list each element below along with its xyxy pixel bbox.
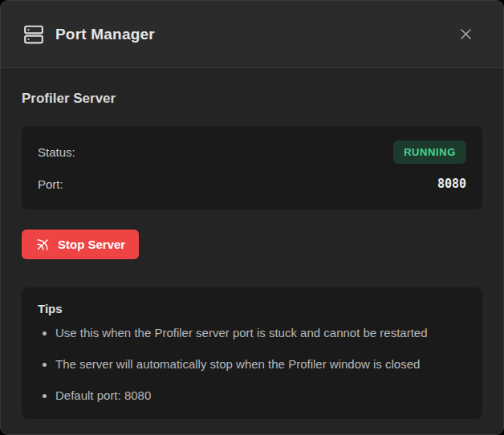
titlebar: Port Manager <box>1 1 503 68</box>
port-manager-dialog: Port Manager Profiler Server Status: RUN… <box>0 0 504 435</box>
tip-item: The server will automatically stop when … <box>55 356 466 373</box>
tips-card: Tips Use this when the Profiler server p… <box>22 287 482 419</box>
stop-server-button[interactable]: Stop Server <box>22 230 139 259</box>
port-row: Port: 8080 <box>38 171 466 197</box>
status-label: Status: <box>38 145 75 159</box>
close-button[interactable] <box>452 21 479 48</box>
server-icon <box>23 24 44 45</box>
port-value: 8080 <box>437 177 466 191</box>
stop-server-label: Stop Server <box>58 238 125 251</box>
tips-list: Use this when the Profiler server port i… <box>38 324 466 405</box>
tip-item: Default port: 8080 <box>55 387 466 405</box>
port-label: Port: <box>38 177 63 191</box>
signal-off-icon <box>35 238 50 252</box>
tips-title: Tips <box>38 302 466 315</box>
close-icon <box>458 26 474 42</box>
status-badge: RUNNING <box>393 140 466 164</box>
section-title: Profiler Server <box>22 91 482 107</box>
dialog-body: Profiler Server Status: RUNNING Port: 80… <box>1 68 503 435</box>
tip-item: Use this when the Profiler server port i… <box>55 324 466 342</box>
status-row: Status: RUNNING <box>38 139 466 165</box>
status-card: Status: RUNNING Port: 8080 <box>22 126 482 209</box>
dialog-title: Port Manager <box>55 26 155 43</box>
